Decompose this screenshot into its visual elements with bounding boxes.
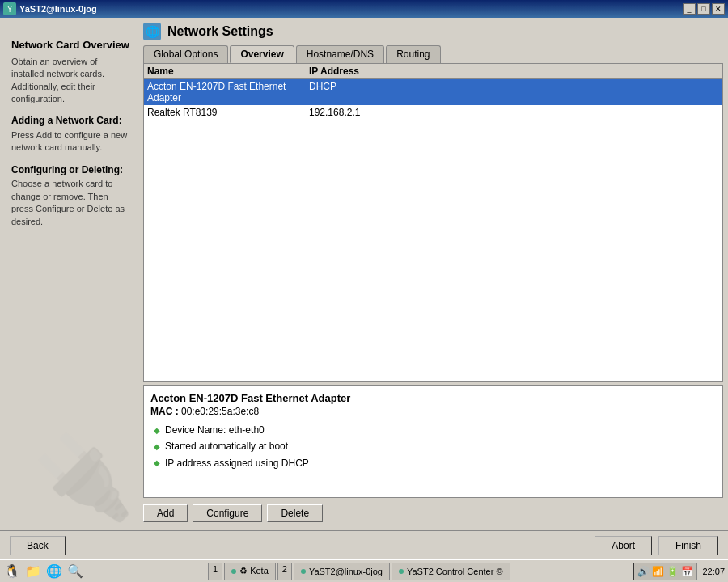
sidebar-section-configuring: Configuring or Deleting: Choose a networ…: [11, 164, 132, 228]
sidebar-section-text-overview: Obtain an overview of installed network …: [11, 56, 132, 106]
add-button[interactable]: Add: [143, 504, 188, 522]
row-number-2: 2: [277, 563, 292, 580]
mac-label: MAC :: [150, 406, 179, 417]
taskbar-item-keta[interactable]: ♻ Keta: [224, 563, 276, 580]
taskbar: 🐧 📁 🌐 🔍 1 ♻ Keta 2 YaST2@linux-0jog YaST…: [0, 559, 728, 582]
taskbar-right: 🔊 📶 🔋 📅 22:07: [633, 563, 725, 580]
sidebar-section-overview: Network Card Overview Obtain an overview…: [11, 39, 132, 105]
titlebar-title: YaST2@linux-0jog: [19, 4, 97, 14]
list-item-text: IP address assigned using DHCP: [165, 455, 309, 471]
sidebar-section-title-adding: Adding a Network Card:: [11, 115, 132, 128]
battery-icon[interactable]: 🔋: [667, 566, 679, 577]
network-tray-icon[interactable]: 📶: [652, 566, 664, 577]
search-icon[interactable]: 🔍: [66, 563, 84, 580]
detail-panel: Accton EN-1207D Fast Ethernet Adapter MA…: [143, 385, 723, 498]
list-item-text: Started automatically at boot: [165, 438, 288, 454]
taskbar-item-yast2[interactable]: YaST2@linux-0jog: [294, 563, 390, 580]
mac-value: 00:e0:29:5a:3e:c8: [181, 406, 259, 417]
sidebar-section-title-overview: Network Card Overview: [11, 39, 132, 53]
panel-header: 🌐 Network Settings: [143, 23, 723, 40]
taskbar-item-label: YaST2 Control Center ©: [407, 567, 503, 576]
network-cards-table: Name IP Address Accton EN-1207D Fast Eth…: [143, 63, 723, 382]
taskbar-left: 🐧 📁 🌐 🔍: [3, 563, 84, 580]
calendar-icon[interactable]: 📅: [681, 566, 693, 577]
sidebar-section-text-adding: Press Add to configure a new network car…: [11, 129, 132, 154]
row-name: Accton EN-1207D Fast Ethernet Adapter: [147, 81, 309, 103]
table-row[interactable]: Accton EN-1207D Fast Ethernet Adapter DH…: [144, 79, 722, 105]
taskbar-item-dot: [231, 569, 236, 574]
table-row[interactable]: Realtek RT8139 192.168.2.1: [144, 105, 722, 120]
list-item: ◆ Started automatically at boot: [154, 438, 716, 454]
start-icon[interactable]: 🐧: [3, 563, 21, 580]
sidebar-section-adding: Adding a Network Card: Press Add to conf…: [11, 115, 132, 154]
tab-routing[interactable]: Routing: [386, 45, 440, 63]
bullet-icon: ◆: [154, 456, 160, 470]
row-ip: DHCP: [309, 81, 719, 103]
bullet-icon: ◆: [154, 424, 160, 437]
footer-bar: Back Abort Finish: [0, 530, 728, 559]
tab-global-options[interactable]: Global Options: [143, 45, 228, 63]
sidebar: Network Card Overview Obtain an overview…: [5, 23, 138, 525]
titlebar-buttons: _ □ ✕: [683, 3, 725, 15]
list-item: ◆ Device Name: eth-eth0: [154, 422, 716, 438]
back-button[interactable]: Back: [10, 536, 66, 555]
table-header: Name IP Address: [144, 64, 722, 79]
taskbar-item-dot: [301, 569, 306, 574]
abort-button[interactable]: Abort: [595, 536, 652, 555]
detail-title: Accton EN-1207D Fast Ethernet Adapter: [150, 392, 716, 404]
panel-title: Network Settings: [167, 24, 273, 39]
panel-icon: 🌐: [143, 23, 161, 40]
network-icon[interactable]: 🌐: [45, 563, 63, 580]
taskbar-item-yast2-control[interactable]: YaST2 Control Center ©: [392, 563, 510, 580]
list-item: ◆ IP address assigned using DHCP: [154, 455, 716, 471]
system-tray: 🔊 📶 🔋 📅: [633, 563, 697, 580]
detail-list: ◆ Device Name: eth-eth0 ◆ Started automa…: [150, 422, 716, 471]
main-area: Network Card Overview Obtain an overview…: [0, 18, 728, 530]
row-name: Realtek RT8139: [147, 107, 309, 118]
column-header-ip: IP Address: [309, 65, 719, 77]
clock: 22:07: [702, 567, 725, 576]
titlebar: Y YaST2@linux-0jog _ □ ✕: [0, 0, 728, 18]
tab-overview[interactable]: Overview: [230, 45, 294, 63]
action-buttons: Add Configure Delete: [143, 501, 723, 525]
folder-icon[interactable]: 📁: [24, 563, 42, 580]
row-number-1: 1: [208, 563, 222, 580]
detail-mac: MAC : 00:e0:29:5a:3e:c8: [150, 406, 716, 417]
maximize-button[interactable]: □: [697, 3, 710, 15]
sidebar-section-title-configuring: Configuring or Deleting:: [11, 164, 132, 177]
volume-icon[interactable]: 🔊: [637, 566, 650, 577]
column-header-name: Name: [147, 65, 309, 77]
sidebar-decorative-icon: 🔌: [33, 436, 134, 517]
taskbar-item-label: ♻ Keta: [239, 566, 269, 576]
minimize-button[interactable]: _: [683, 3, 696, 15]
tab-bar: Global Options Overview Hostname/DNS Rou…: [143, 45, 723, 63]
tab-hostname-dns[interactable]: Hostname/DNS: [296, 45, 384, 63]
close-button[interactable]: ✕: [712, 3, 725, 15]
titlebar-icon: Y: [3, 2, 16, 15]
bullet-icon: ◆: [154, 440, 160, 453]
delete-button[interactable]: Delete: [267, 504, 323, 522]
taskbar-item-label: YaST2@linux-0jog: [309, 567, 383, 576]
list-item-text: Device Name: eth-eth0: [165, 422, 265, 438]
taskbar-items: 1 ♻ Keta 2 YaST2@linux-0jog YaST2 Contro…: [208, 563, 510, 580]
taskbar-item-dot: [399, 569, 404, 574]
finish-button[interactable]: Finish: [658, 536, 718, 555]
row-ip: 192.168.2.1: [309, 107, 719, 118]
right-panel: 🌐 Network Settings Global Options Overvi…: [143, 23, 723, 525]
sidebar-section-text-configuring: Choose a network card to change or remov…: [11, 178, 132, 228]
configure-button[interactable]: Configure: [193, 504, 262, 522]
